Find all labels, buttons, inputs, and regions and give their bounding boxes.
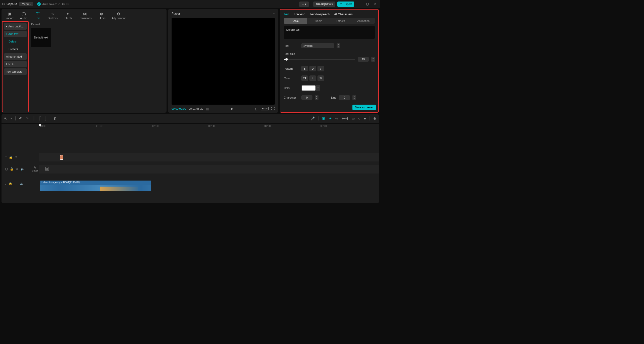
text-track-lock[interactable]: 🔒 xyxy=(9,156,13,159)
titlecase-button[interactable]: Tt xyxy=(317,75,324,81)
zoom-in-button[interactable]: ● xyxy=(364,116,366,120)
font-select[interactable]: System xyxy=(301,43,334,48)
audio-track-mute[interactable]: 🔈 xyxy=(20,182,24,185)
sidebar-auto-captions[interactable]: ▸Auto captio... xyxy=(4,23,27,30)
text-track-eye[interactable]: 👁 xyxy=(15,156,18,159)
line-stepper[interactable]: ▲▼ xyxy=(352,95,356,100)
audio-clip[interactable]: Urban lounge style BGM(1148490) xyxy=(40,181,151,191)
minimize-button[interactable]: — xyxy=(356,2,362,6)
font-label: Font xyxy=(284,44,299,47)
select-tool[interactable]: ↖ xyxy=(4,116,7,120)
split-button[interactable]: ⎮⎮ xyxy=(32,116,36,120)
duration-time: 00:01:58:20 xyxy=(189,107,203,110)
ratio-button[interactable]: Ratio xyxy=(261,107,269,110)
trim-left-button[interactable]: ⎡ xyxy=(39,116,41,120)
video-track-lane[interactable]: ▣ xyxy=(39,165,379,174)
insp-tab-tts[interactable]: Text-to-speech xyxy=(310,13,330,16)
underline-button[interactable]: U xyxy=(309,66,316,71)
video-placeholder-clip[interactable]: ▣ xyxy=(45,167,49,170)
video-track-head: ▢ 🔒 👁 🔈 ✎ Cover xyxy=(2,165,39,173)
color-picker[interactable]: ▾ xyxy=(301,85,320,91)
font-size-input[interactable]: 15 xyxy=(358,57,369,62)
select-tool-chevron[interactable]: ▾ xyxy=(11,117,12,120)
subtab-bubble[interactable]: Bubble xyxy=(307,18,330,24)
menu-button[interactable]: Menu▾ xyxy=(19,2,33,6)
character-spacing-input[interactable]: 0 xyxy=(301,95,312,100)
line-spacing-input[interactable]: 0 xyxy=(339,95,350,100)
sidebar-text-template[interactable]: Text template xyxy=(4,68,27,75)
zoom-slider-icon[interactable]: ⊕ xyxy=(373,116,376,120)
font-stepper[interactable]: ▲▼ xyxy=(337,43,340,48)
tab-text[interactable]: TIText xyxy=(32,11,44,21)
subtab-animation[interactable]: Animation xyxy=(352,18,375,24)
layout-button[interactable]: ▭ ▾ xyxy=(299,2,309,7)
font-size-stepper[interactable]: ▲▼ xyxy=(371,57,375,62)
tab-filters[interactable]: ⊚Filters xyxy=(96,11,108,21)
player-viewport[interactable] xyxy=(172,18,275,105)
video-track-lock[interactable]: 🔒 xyxy=(10,167,14,171)
play-button[interactable]: ▶ xyxy=(231,107,233,111)
compare-icon[interactable]: ▥ xyxy=(206,107,209,111)
sidebar-add-text[interactable]: ▾Add text xyxy=(4,31,27,37)
tab-adjustment[interactable]: ⚙Adjustment xyxy=(110,11,128,21)
subtab-basic[interactable]: Basic xyxy=(284,18,307,24)
export-button[interactable]: ⬆ Export xyxy=(337,2,354,7)
trim-right-button[interactable]: ⎦ xyxy=(45,116,46,120)
line-label: Line xyxy=(331,96,336,99)
sidebar-effects[interactable]: Effects xyxy=(4,61,27,67)
maximize-button[interactable]: ▢ xyxy=(364,2,370,6)
sidebar-default[interactable]: Default xyxy=(4,38,27,45)
close-button[interactable]: ✕ xyxy=(372,2,378,6)
zoom-out-button[interactable]: ○ xyxy=(358,116,360,120)
delete-button[interactable]: 🗑 xyxy=(54,116,57,120)
tab-import[interactable]: ▣Import xyxy=(4,11,16,21)
magnet-aux-button[interactable]: ✦ xyxy=(329,116,332,120)
text-clip[interactable] xyxy=(60,155,63,160)
save-preset-button[interactable]: Save as preset xyxy=(352,105,376,110)
lowercase-button[interactable]: tt xyxy=(309,75,316,81)
magnet-main-button[interactable]: ▣ xyxy=(322,116,325,120)
italic-button[interactable]: I xyxy=(317,66,324,71)
case-label: Case xyxy=(284,77,299,80)
font-size-slider[interactable] xyxy=(284,59,355,60)
color-label: Color xyxy=(284,87,299,90)
tab-audio[interactable]: ◯Audio xyxy=(18,11,30,21)
font-size-label: Font size xyxy=(284,52,299,55)
redo-button[interactable]: ↷ xyxy=(26,116,29,120)
insp-tab-ai-characters[interactable]: AI Characters xyxy=(334,13,352,16)
player-title: Player xyxy=(172,12,180,15)
text-track-lane[interactable] xyxy=(39,153,379,161)
bold-button[interactable]: B xyxy=(301,66,308,71)
tab-transitions[interactable]: ⋈Transitions xyxy=(76,11,94,21)
character-stepper[interactable]: ▲▼ xyxy=(315,95,318,100)
player-menu-icon[interactable]: ≡ xyxy=(273,12,275,16)
text-track-icon: T xyxy=(5,156,7,159)
video-track-icon: ▢ xyxy=(5,167,8,171)
insp-tab-text[interactable]: Text xyxy=(284,13,289,16)
autosave-status: ✓ Auto saved: 21:43:13 xyxy=(37,2,68,6)
subtab-effects[interactable]: Effects xyxy=(329,18,352,24)
timeline-ruler[interactable]: 00:00 01:00 02:00 03:00 04:00 05:00 xyxy=(39,124,379,129)
fullscreen-icon[interactable]: ⛶ xyxy=(271,107,275,111)
link-button[interactable]: ⇔ xyxy=(335,116,338,120)
default-text-thumb[interactable]: Default text xyxy=(31,28,51,47)
video-track-mute[interactable]: 🔈 xyxy=(21,167,24,171)
snap-button[interactable]: ⊢⊣ xyxy=(342,116,348,120)
mic-button[interactable]: 🎤 xyxy=(310,116,315,120)
tab-effects[interactable]: ✦Effects xyxy=(62,11,74,21)
insp-tab-tracking[interactable]: Tracking xyxy=(294,13,305,16)
preview-button[interactable]: ▭ xyxy=(351,116,355,120)
tab-stickers[interactable]: ☆Stickers xyxy=(46,11,60,21)
sidebar-presets[interactable]: Presets xyxy=(4,46,27,52)
quality-icon[interactable]: ⬚ xyxy=(255,107,258,111)
undo-button[interactable]: ↶ xyxy=(19,116,22,120)
current-time: 00:00:00:00 xyxy=(172,107,186,110)
cover-button[interactable]: ✎ Cover xyxy=(31,166,39,172)
audio-track-lock[interactable]: 🔒 xyxy=(9,182,12,185)
text-content-input[interactable]: Default text xyxy=(284,26,375,39)
video-track-eye[interactable]: 👁 xyxy=(16,167,19,171)
sidebar-ai-generated[interactable]: AI generated xyxy=(4,53,27,60)
uppercase-button[interactable]: TT xyxy=(301,75,308,81)
audio-track-lane[interactable]: Urban lounge style BGM(1148490) xyxy=(39,180,379,192)
media-panel: ▣Import ◯Audio TIText ☆Stickers ✦Effects… xyxy=(2,9,167,113)
